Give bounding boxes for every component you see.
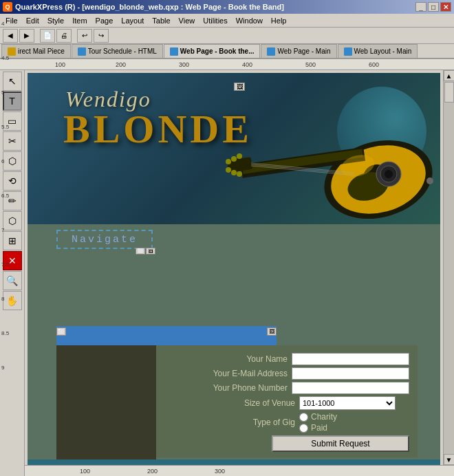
input-your-name[interactable] [292, 353, 409, 365]
select-venue[interactable]: 101-1000 1001-5000 5000+ [299, 396, 396, 410]
menu-view[interactable]: View [175, 15, 199, 26]
svg-point-9 [237, 153, 242, 159]
form-area: Your Name Your E-Mail Address Your Phone… [156, 345, 418, 457]
menu-window[interactable]: Window [232, 15, 267, 26]
close-button[interactable]: ✕ [440, 2, 451, 12]
main-area: ↖ T ▭ ✂ ⬡ ⟲ ✏ ⬡ ⊞ ✕ 🔍 ✋ 4 4.5 5 5.5 6 6.… [0, 70, 454, 476]
toolbar-btn-1[interactable]: ◀ [3, 29, 18, 43]
minimize-button[interactable]: _ [415, 2, 426, 12]
menu-layout[interactable]: Layout [117, 15, 148, 26]
input-email[interactable] [292, 367, 409, 380]
toolbar-btn-5[interactable]: ↩ [77, 29, 92, 43]
tab-direct-mail[interactable]: irect Mail Piece [1, 44, 71, 58]
menu-bar: File Edit Style Item Page Layout Table V… [0, 14, 454, 28]
svg-point-18 [385, 170, 393, 178]
label-venue: Size of Venue [164, 398, 295, 408]
radio-group: Charity Paid [299, 412, 337, 433]
svg-point-11 [231, 170, 237, 175]
tool-hand[interactable]: ✋ [3, 291, 22, 310]
menu-page[interactable]: Page [91, 15, 118, 26]
svg-point-10 [226, 167, 231, 173]
toolbar-btn-2[interactable]: ▶ [19, 29, 34, 43]
tool-link[interactable]: ⬡ [3, 211, 22, 230]
tab-web-page-main[interactable]: Web Page - Main [261, 44, 336, 58]
submit-row: Submit Request [159, 435, 415, 452]
menu-table[interactable]: Table [148, 15, 174, 26]
svg-point-7 [226, 159, 231, 164]
label-email: Your E-Mail Address [164, 369, 288, 378]
svg-point-12 [237, 171, 242, 177]
submit-button[interactable]: Submit Request [272, 435, 409, 452]
tool-redx[interactable]: ✕ [3, 251, 22, 270]
nav-icon-2[interactable]: 🖼 [146, 248, 155, 255]
menu-help[interactable]: Help [267, 15, 291, 26]
navigator-icons: ⬜ 🖼 [136, 248, 155, 255]
web-header: Wendigo BLONDE [28, 73, 440, 224]
tabs-bar: irect Mail Piece Tour Schedule - HTML We… [0, 44, 454, 59]
canvas-area: Wendigo BLONDE [25, 70, 443, 465]
toolbar-btn-6[interactable]: ↪ [94, 29, 109, 43]
tool-scissors[interactable]: ✂ [3, 131, 22, 151]
bottom-teal-strip [28, 459, 440, 465]
tab-web-layout[interactable]: Web Layout - Main [338, 44, 418, 58]
menu-edit[interactable]: Edit [22, 15, 43, 26]
scroll-up-button[interactable]: ▲ [444, 70, 455, 81]
toolbar-btn-4[interactable]: 🖨 [56, 29, 72, 43]
menu-style[interactable]: Style [43, 15, 68, 26]
toolbar-btn-3[interactable]: 📄 [40, 29, 55, 43]
tool-rotate[interactable]: ⟲ [3, 171, 22, 191]
radio-paid[interactable] [299, 424, 308, 433]
left-dark-panel [56, 345, 156, 465]
tool-zoom[interactable]: 🔍 [3, 271, 22, 290]
navigator-label: Navigate [72, 234, 138, 246]
banner-icon-right[interactable]: 🖼 [267, 327, 277, 336]
svg-point-8 [231, 156, 237, 162]
tool-text[interactable]: T [3, 91, 22, 111]
title-text: QuarkXPress (R) - [wendigo_blonde_web.qx… [15, 3, 284, 11]
menu-utilities[interactable]: Utilities [199, 15, 231, 26]
title-bar: Q QuarkXPress (R) - [wendigo_blonde_web.… [0, 0, 454, 14]
tool-table[interactable]: ⊞ [3, 231, 22, 250]
page-canvas: Wendigo BLONDE [28, 73, 440, 465]
radio-charity[interactable] [299, 413, 308, 422]
scrollbar-vertical: ▲ ▼ [443, 70, 454, 465]
nav-icon-1[interactable]: ⬜ [136, 248, 145, 255]
app-icon: Q [3, 2, 12, 12]
navigator-box[interactable]: Navigate [56, 230, 153, 249]
tool-pen[interactable]: ✏ [3, 191, 22, 210]
tool-rectangle[interactable]: ▭ [3, 111, 22, 131]
ruler-bottom: 100 200 300 [25, 465, 454, 476]
banner-icon-left[interactable]: ⬜ [56, 327, 66, 336]
tool-pointer[interactable]: ↖ [3, 72, 22, 91]
tool-polygon[interactable]: ⬡ [3, 151, 22, 171]
photo-icon-header[interactable]: 🖼 [234, 83, 245, 91]
toolbox: ↖ T ▭ ✂ ⬡ ⟲ ✏ ⬡ ⊞ ✕ 🔍 ✋ 4 4.5 5 5.5 6 6.… [0, 70, 25, 476]
scroll-track[interactable] [444, 81, 454, 454]
toolbar: ◀ ▶ 📄 🖨 ↩ ↪ [0, 28, 454, 44]
ruler-top: 100 200 300 400 500 600 [0, 59, 454, 70]
label-your-name: Your Name [164, 354, 288, 364]
menu-item[interactable]: Item [68, 15, 91, 26]
scroll-down-button[interactable]: ▼ [444, 454, 455, 465]
scroll-thumb[interactable] [444, 82, 454, 102]
tab-tour-schedule[interactable]: Tour Schedule - HTML [72, 44, 163, 58]
label-phone: Your Phone Number [164, 383, 288, 393]
label-gig-type: Type of Gig [164, 418, 295, 427]
maximize-button[interactable]: □ [428, 2, 439, 12]
radio-charity-label[interactable]: Charity [299, 412, 337, 422]
input-phone[interactable] [292, 382, 409, 394]
radio-paid-label[interactable]: Paid [299, 423, 337, 433]
svg-point-19 [426, 177, 433, 184]
tab-book-the-band[interactable]: Web Page - Book the... [164, 44, 261, 58]
guitar-image [220, 111, 440, 221]
menu-file[interactable]: File [1, 15, 22, 26]
blue-banner [56, 326, 277, 345]
